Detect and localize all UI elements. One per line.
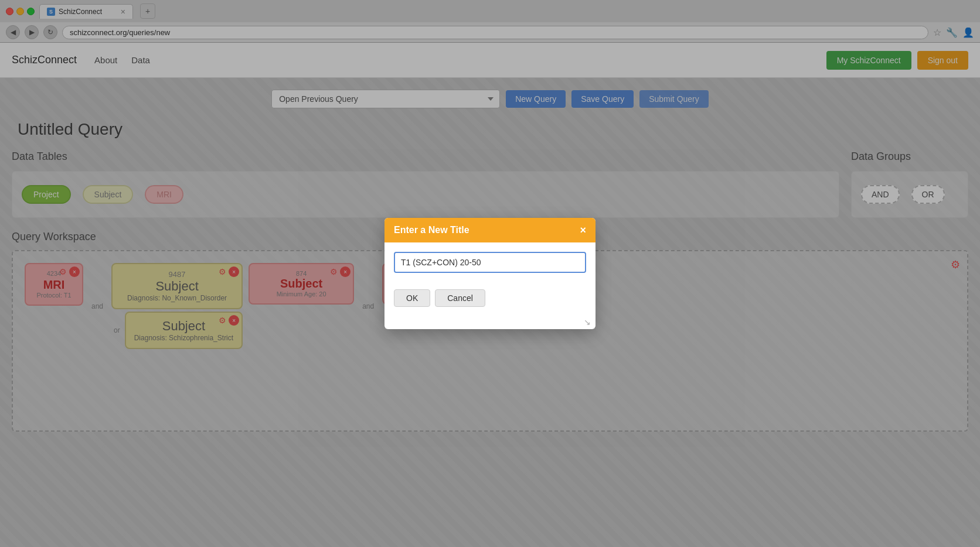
modal-dialog: Enter a New Title × OK Cancel ↘	[384, 218, 596, 329]
modal-cancel-button[interactable]: Cancel	[435, 289, 485, 307]
modal-ok-button[interactable]: OK	[394, 289, 430, 307]
modal-footer: OK Cancel	[384, 289, 596, 316]
modal-overlay: Enter a New Title × OK Cancel ↘	[0, 0, 980, 547]
modal-close-button[interactable]: ×	[580, 225, 586, 235]
modal-title: Enter a New Title	[394, 225, 469, 235]
modal-resize-handle[interactable]: ↘	[384, 316, 596, 329]
modal-header: Enter a New Title ×	[384, 218, 596, 242]
modal-body	[384, 242, 596, 289]
modal-title-input[interactable]	[394, 252, 586, 273]
